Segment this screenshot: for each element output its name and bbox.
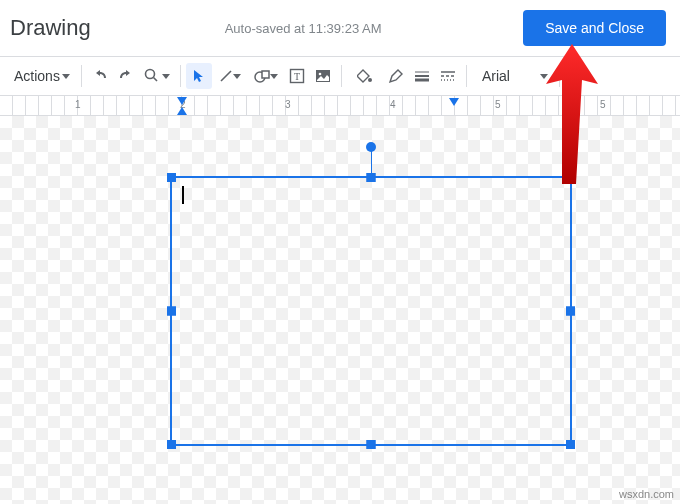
more-icon: ···	[568, 67, 587, 85]
line-dash-button[interactable]	[435, 63, 461, 89]
chevron-down-icon	[233, 74, 241, 79]
chevron-down-icon	[270, 74, 278, 79]
shape-icon	[254, 69, 270, 83]
more-options-button[interactable]: ···	[565, 63, 591, 89]
pen-icon	[388, 68, 404, 84]
line-dash-icon	[440, 70, 456, 82]
ruler-mark: 5	[495, 99, 501, 110]
fill-icon	[357, 68, 373, 84]
resize-handle-w[interactable]	[167, 307, 176, 316]
fill-color-button[interactable]	[347, 63, 383, 89]
separator	[81, 65, 82, 87]
line-weight-icon	[414, 70, 430, 82]
resize-handle-se[interactable]	[566, 440, 575, 449]
separator	[559, 65, 560, 87]
textbox-icon: T	[289, 68, 305, 84]
indent-marker-top[interactable]	[177, 97, 187, 105]
actions-label: Actions	[14, 68, 60, 84]
autosave-status: Auto-saved at 11:39:23 AM	[225, 21, 382, 36]
dialog-header: Drawing Auto-saved at 11:39:23 AM Save a…	[0, 0, 680, 56]
right-margin-marker[interactable]	[449, 98, 459, 106]
separator	[180, 65, 181, 87]
redo-icon	[118, 68, 134, 84]
select-tool-button[interactable]	[186, 63, 212, 89]
line-icon	[219, 69, 233, 83]
redo-button[interactable]	[113, 63, 139, 89]
chevron-down-icon	[162, 74, 170, 79]
drawing-toolbar: Actions T	[0, 56, 680, 96]
ruler-ticks	[0, 96, 680, 115]
resize-handle-sw[interactable]	[167, 440, 176, 449]
resize-handle-e[interactable]	[566, 307, 575, 316]
drawing-canvas[interactable]	[0, 116, 680, 504]
watermark-text: wsxdn.com	[619, 488, 674, 500]
ruler-mark: 5	[600, 99, 606, 110]
rotation-handle[interactable]	[366, 142, 376, 152]
save-and-close-button[interactable]: Save and Close	[523, 10, 666, 46]
resize-handle-s[interactable]	[367, 440, 376, 449]
actions-menu-button[interactable]: Actions	[8, 64, 76, 88]
image-icon	[315, 69, 331, 83]
dialog-title: Drawing	[10, 15, 91, 41]
resize-handle-nw[interactable]	[167, 173, 176, 182]
separator	[341, 65, 342, 87]
zoom-button[interactable]	[139, 63, 175, 89]
chevron-down-icon	[540, 74, 548, 79]
line-tool-button[interactable]	[212, 63, 248, 89]
resize-handle-n[interactable]	[367, 173, 376, 182]
line-weight-button[interactable]	[409, 63, 435, 89]
svg-rect-4	[262, 71, 269, 78]
cursor-icon	[192, 69, 206, 83]
image-tool-button[interactable]	[310, 63, 336, 89]
ruler-mark: 4	[390, 99, 396, 110]
ruler-mark: 1	[75, 99, 81, 110]
undo-icon	[92, 68, 108, 84]
zoom-icon	[144, 68, 162, 84]
font-label: Arial	[482, 68, 510, 84]
chevron-down-icon	[62, 74, 70, 79]
svg-point-0	[145, 70, 154, 79]
horizontal-ruler: 1 2 3 4 5 5	[0, 96, 680, 116]
text-cursor	[182, 186, 184, 204]
ruler-mark: 3	[285, 99, 291, 110]
text-box-shape[interactable]	[170, 176, 572, 446]
shape-tool-button[interactable]	[248, 63, 284, 89]
svg-point-9	[368, 78, 372, 82]
line-color-button[interactable]	[383, 63, 409, 89]
svg-text:T: T	[294, 71, 300, 82]
svg-line-2	[221, 71, 231, 81]
indent-marker-bottom[interactable]	[177, 107, 187, 115]
svg-point-8	[319, 73, 322, 76]
font-family-selector[interactable]: Arial	[472, 68, 554, 84]
undo-button[interactable]	[87, 63, 113, 89]
svg-line-1	[153, 78, 157, 82]
separator	[466, 65, 467, 87]
resize-handle-ne[interactable]	[566, 173, 575, 182]
textbox-tool-button[interactable]: T	[284, 63, 310, 89]
